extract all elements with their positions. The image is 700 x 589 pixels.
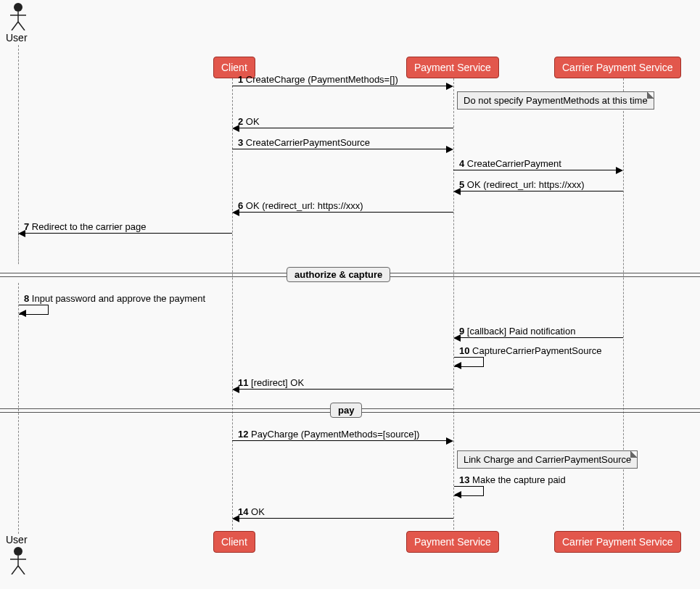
note-payment-methods: Do not specify PaymentMethods at this ti… (457, 91, 654, 110)
payment-service-lifeline (453, 78, 454, 530)
user-actor-bottom-icon (10, 547, 26, 574)
svg-line-3 (12, 22, 18, 30)
msg-5: 5 OK (redirect_url: https://xxx) (453, 191, 623, 202)
user-label-top: User (6, 32, 28, 44)
user-label-bottom: User (6, 534, 28, 545)
msg-1: 1 CreateCharge (PaymentMethods=[]) (232, 86, 453, 97)
client-box-bottom: Client (213, 531, 255, 553)
note-link-charge: Link Charge and CarrierPaymentSource (457, 450, 638, 469)
svg-point-5 (14, 547, 22, 556)
payment-service-box-bottom: Payment Service (406, 531, 499, 553)
client-lifeline (232, 78, 233, 530)
divider-pay-label: pay (330, 403, 362, 418)
msg-8-label: 8 Input password and approve the payment (24, 293, 205, 304)
msg-3: 3 CreateCarrierPaymentSource (232, 149, 453, 160)
msg-11: 11 [redirect] OK (232, 389, 453, 400)
msg-10-head (454, 362, 461, 369)
svg-line-9 (18, 566, 25, 574)
user-actor-top-icon (10, 3, 26, 30)
user-lifeline (18, 45, 19, 234)
msg-13-head (454, 491, 461, 498)
msg-6: 6 OK (redirect_url: https://xxx) (232, 212, 453, 223)
svg-line-8 (12, 566, 18, 574)
payment-service-box-top: Payment Service (406, 57, 499, 78)
carrier-payment-service-box-bottom: Carrier Payment Service (554, 531, 681, 553)
msg-8-head (19, 310, 26, 317)
msg-14: 14 OK (232, 518, 453, 530)
msg-13-label: 13 Make the capture paid (459, 474, 566, 485)
msg-12: 12 PayCharge (PaymentMethods=[source]) (232, 440, 453, 452)
svg-point-0 (14, 3, 22, 12)
carrier-payment-service-box-top: Carrier Payment Service (554, 57, 681, 78)
msg-10-label: 10 CaptureCarrierPaymentSource (459, 345, 602, 356)
divider-authorize-label: authorize & capture (287, 267, 390, 282)
svg-line-4 (18, 22, 25, 30)
msg-7: 7 Redirect to the carrier page (18, 233, 232, 244)
